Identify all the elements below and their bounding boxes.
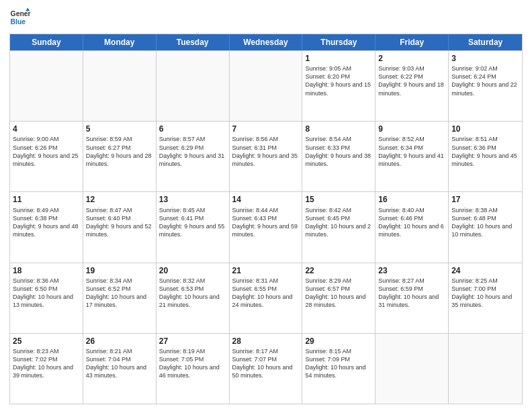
header-cell-friday: Friday	[375, 34, 449, 50]
day-number: 21	[232, 265, 300, 276]
calendar-cell: 20Sunrise: 8:32 AM Sunset: 6:53 PM Dayli…	[157, 263, 230, 333]
calendar-cell: 16Sunrise: 8:40 AM Sunset: 6:46 PM Dayli…	[375, 192, 449, 262]
day-info: Sunrise: 8:38 AM Sunset: 6:48 PM Dayligh…	[451, 207, 512, 238]
calendar-header: SundayMondayTuesdayWednesdayThursdayFrid…	[10, 34, 522, 50]
day-info: Sunrise: 9:03 AM Sunset: 6:22 PM Dayligh…	[378, 65, 444, 96]
day-number: 2	[378, 53, 445, 64]
day-info: Sunrise: 8:49 AM Sunset: 6:38 PM Dayligh…	[13, 207, 79, 238]
calendar-cell	[230, 51, 303, 121]
day-info: Sunrise: 8:36 AM Sunset: 6:50 PM Dayligh…	[13, 277, 73, 308]
calendar-cell: 13Sunrise: 8:45 AM Sunset: 6:41 PM Dayli…	[157, 192, 230, 262]
header-cell-thursday: Thursday	[302, 34, 375, 50]
calendar-cell: 19Sunrise: 8:34 AM Sunset: 6:52 PM Dayli…	[83, 263, 157, 333]
calendar-cell: 21Sunrise: 8:31 AM Sunset: 6:55 PM Dayli…	[230, 263, 303, 333]
day-info: Sunrise: 8:23 AM Sunset: 7:02 PM Dayligh…	[13, 348, 73, 379]
day-number: 8	[305, 124, 372, 134]
day-number: 5	[86, 124, 153, 134]
day-info: Sunrise: 8:51 AM Sunset: 6:36 PM Dayligh…	[451, 136, 517, 167]
day-info: Sunrise: 9:02 AM Sunset: 6:24 PM Dayligh…	[451, 65, 517, 96]
day-info: Sunrise: 8:45 AM Sunset: 6:41 PM Dayligh…	[159, 207, 225, 238]
calendar-cell: 5Sunrise: 8:59 AM Sunset: 6:27 PM Daylig…	[83, 122, 157, 191]
day-info: Sunrise: 8:42 AM Sunset: 6:45 PM Dayligh…	[305, 207, 371, 238]
day-info: Sunrise: 8:54 AM Sunset: 6:33 PM Dayligh…	[305, 136, 371, 167]
calendar-cell: 28Sunrise: 8:17 AM Sunset: 7:07 PM Dayli…	[230, 334, 303, 404]
day-info: Sunrise: 8:59 AM Sunset: 6:27 PM Dayligh…	[86, 136, 152, 167]
day-info: Sunrise: 8:17 AM Sunset: 7:07 PM Dayligh…	[232, 348, 293, 379]
calendar-cell: 2Sunrise: 9:03 AM Sunset: 6:22 PM Daylig…	[375, 51, 449, 121]
calendar-cell: 27Sunrise: 8:19 AM Sunset: 7:05 PM Dayli…	[157, 334, 230, 404]
header-cell-wednesday: Wednesday	[230, 34, 303, 50]
header-cell-sunday: Sunday	[10, 34, 83, 50]
day-number: 17	[451, 194, 519, 205]
day-info: Sunrise: 8:31 AM Sunset: 6:55 PM Dayligh…	[232, 277, 293, 308]
day-info: Sunrise: 8:47 AM Sunset: 6:40 PM Dayligh…	[86, 207, 152, 238]
day-info: Sunrise: 9:05 AM Sunset: 6:20 PM Dayligh…	[305, 65, 371, 96]
day-number: 3	[451, 53, 519, 64]
day-number: 4	[13, 124, 80, 134]
day-number: 22	[305, 265, 372, 276]
svg-text:General: General	[11, 10, 31, 17]
page-header: General Blue	[9, 7, 523, 28]
day-number: 16	[378, 194, 445, 205]
day-number: 20	[159, 265, 226, 276]
calendar-cell: 11Sunrise: 8:49 AM Sunset: 6:38 PM Dayli…	[10, 192, 83, 262]
logo: General Blue	[9, 7, 34, 28]
calendar-body: 1Sunrise: 9:05 AM Sunset: 6:20 PM Daylig…	[10, 50, 522, 404]
day-info: Sunrise: 8:21 AM Sunset: 7:04 PM Dayligh…	[86, 348, 146, 379]
day-number: 6	[159, 124, 226, 134]
header-cell-monday: Monday	[83, 34, 157, 50]
calendar-row-5: 25Sunrise: 8:23 AM Sunset: 7:02 PM Dayli…	[10, 333, 522, 404]
day-number: 29	[305, 336, 372, 347]
calendar-cell: 26Sunrise: 8:21 AM Sunset: 7:04 PM Dayli…	[83, 334, 157, 404]
day-info: Sunrise: 8:57 AM Sunset: 6:29 PM Dayligh…	[159, 136, 225, 167]
day-info: Sunrise: 8:44 AM Sunset: 6:43 PM Dayligh…	[232, 207, 298, 238]
day-info: Sunrise: 8:56 AM Sunset: 6:31 PM Dayligh…	[232, 136, 298, 167]
calendar-cell: 12Sunrise: 8:47 AM Sunset: 6:40 PM Dayli…	[83, 192, 157, 262]
day-info: Sunrise: 9:00 AM Sunset: 6:26 PM Dayligh…	[13, 136, 79, 167]
calendar-cell	[10, 51, 83, 121]
day-info: Sunrise: 8:32 AM Sunset: 6:53 PM Dayligh…	[159, 277, 220, 308]
logo-icon: General Blue	[9, 7, 31, 28]
day-number: 27	[159, 336, 226, 347]
calendar-cell: 10Sunrise: 8:51 AM Sunset: 6:36 PM Dayli…	[449, 122, 522, 191]
day-number: 10	[451, 124, 519, 134]
day-number: 25	[13, 336, 80, 347]
day-number: 7	[232, 124, 300, 134]
day-number: 14	[232, 194, 300, 205]
calendar-cell: 25Sunrise: 8:23 AM Sunset: 7:02 PM Dayli…	[10, 334, 83, 404]
day-number: 1	[305, 53, 372, 64]
calendar-row-1: 1Sunrise: 9:05 AM Sunset: 6:20 PM Daylig…	[10, 50, 522, 121]
day-number: 11	[13, 194, 80, 205]
svg-marker-2	[26, 8, 30, 11]
calendar-cell: 15Sunrise: 8:42 AM Sunset: 6:45 PM Dayli…	[302, 192, 375, 262]
calendar: SundayMondayTuesdayWednesdayThursdayFrid…	[9, 34, 523, 404]
day-number: 13	[159, 194, 226, 205]
calendar-cell: 22Sunrise: 8:29 AM Sunset: 6:57 PM Dayli…	[302, 263, 375, 333]
day-info: Sunrise: 8:52 AM Sunset: 6:34 PM Dayligh…	[378, 136, 444, 167]
calendar-cell: 9Sunrise: 8:52 AM Sunset: 6:34 PM Daylig…	[375, 122, 449, 191]
calendar-cell: 18Sunrise: 8:36 AM Sunset: 6:50 PM Dayli…	[10, 263, 83, 333]
calendar-cell: 8Sunrise: 8:54 AM Sunset: 6:33 PM Daylig…	[302, 122, 375, 191]
calendar-row-3: 11Sunrise: 8:49 AM Sunset: 6:38 PM Dayli…	[10, 191, 522, 262]
day-number: 28	[232, 336, 300, 347]
calendar-cell: 14Sunrise: 8:44 AM Sunset: 6:43 PM Dayli…	[230, 192, 303, 262]
header-cell-tuesday: Tuesday	[157, 34, 230, 50]
day-info: Sunrise: 8:27 AM Sunset: 6:59 PM Dayligh…	[378, 277, 439, 308]
calendar-cell: 7Sunrise: 8:56 AM Sunset: 6:31 PM Daylig…	[230, 122, 303, 191]
day-number: 23	[378, 265, 445, 276]
day-info: Sunrise: 8:40 AM Sunset: 6:46 PM Dayligh…	[378, 207, 444, 238]
calendar-cell: 1Sunrise: 9:05 AM Sunset: 6:20 PM Daylig…	[302, 51, 375, 121]
calendar-cell: 4Sunrise: 9:00 AM Sunset: 6:26 PM Daylig…	[10, 122, 83, 191]
calendar-cell	[449, 334, 522, 404]
header-cell-saturday: Saturday	[449, 34, 522, 50]
day-number: 19	[86, 265, 153, 276]
calendar-cell: 6Sunrise: 8:57 AM Sunset: 6:29 PM Daylig…	[157, 122, 230, 191]
calendar-row-4: 18Sunrise: 8:36 AM Sunset: 6:50 PM Dayli…	[10, 263, 522, 333]
calendar-cell: 24Sunrise: 8:25 AM Sunset: 7:00 PM Dayli…	[449, 263, 522, 333]
day-info: Sunrise: 8:19 AM Sunset: 7:05 PM Dayligh…	[159, 348, 220, 379]
calendar-cell: 17Sunrise: 8:38 AM Sunset: 6:48 PM Dayli…	[449, 192, 522, 262]
day-info: Sunrise: 8:29 AM Sunset: 6:57 PM Dayligh…	[305, 277, 365, 308]
day-number: 12	[86, 194, 153, 205]
day-number: 26	[86, 336, 153, 347]
calendar-cell	[83, 51, 157, 121]
